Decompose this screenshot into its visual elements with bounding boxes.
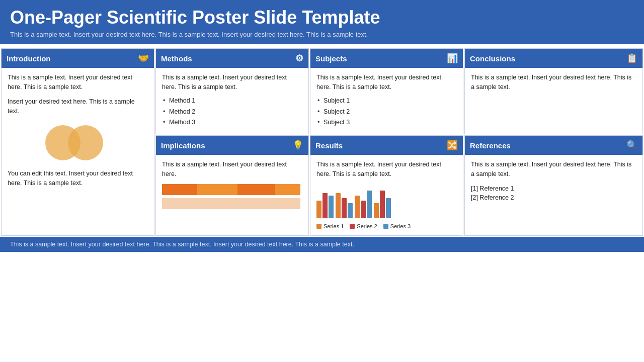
bar-s3 <box>348 203 353 218</box>
ref1: [1] Reference 1 <box>471 184 636 194</box>
legend-label-s1: Series 1 <box>324 222 344 231</box>
content-grid: Introduction 🤝 This is a sample text. In… <box>0 47 644 237</box>
results-chart <box>316 184 457 219</box>
conclusions-panel: Conclusions 📋 This is a sample text. Ins… <box>464 48 643 134</box>
conclusions-body: This is a sample text. Insert your desir… <box>465 68 642 97</box>
footer-text: This is a sample text. Insert your desir… <box>10 241 354 248</box>
legend-dot-s1 <box>316 224 321 229</box>
bar-s3 <box>367 191 372 218</box>
implications-text: This is a sample text. Insert your desir… <box>162 160 302 179</box>
introduction-text3: You can edit this text. Insert your desi… <box>8 169 148 188</box>
legend-series3: Series 3 <box>383 222 411 231</box>
legend-series2: Series 2 <box>350 222 377 231</box>
chart-icon: 📊 <box>447 53 458 64</box>
bar-s2 <box>380 191 385 218</box>
search-icon: 🔍 <box>626 140 637 151</box>
header-subtitle: This is a sample text. Insert your desir… <box>10 31 634 38</box>
footer: This is a sample text. Insert your desir… <box>0 237 644 252</box>
bar-group-4 <box>374 191 391 218</box>
bar-group-2 <box>336 193 353 218</box>
bar-s3 <box>329 196 334 218</box>
introduction-title: Introduction <box>7 54 50 63</box>
list-item: Subject 2 <box>316 107 457 117</box>
bar-group-1 <box>316 193 334 218</box>
chart-row-1 <box>162 184 302 195</box>
bar-seg <box>275 184 300 195</box>
subjects-body: This is a sample text. Insert your desir… <box>310 68 463 134</box>
handshake-icon: 🤝 <box>138 53 149 64</box>
list-item: Subject 3 <box>316 118 457 127</box>
shuffle-icon: 🔀 <box>447 140 458 151</box>
bar-seg <box>162 198 197 209</box>
conclusions-text: This is a sample text. Insert your desir… <box>471 73 636 92</box>
subjects-header: Subjects 📊 <box>310 49 463 68</box>
bar-s1 <box>316 201 321 218</box>
bar-s2 <box>361 201 366 218</box>
implications-chart <box>162 184 302 209</box>
list-item: Method 2 <box>162 107 302 117</box>
references-header: References 🔍 <box>465 136 642 155</box>
legend-series1: Series 1 <box>316 222 344 231</box>
implications-panel: Implications 💡 This is a sample text. In… <box>155 135 309 236</box>
legend-label-s3: Series 3 <box>390 222 411 231</box>
introduction-panel: Introduction 🤝 This is a sample text. In… <box>1 48 154 236</box>
bar-seg <box>275 198 300 209</box>
list-item: Method 3 <box>162 118 302 127</box>
subjects-title: Subjects <box>315 54 347 63</box>
subjects-list: Subject 1 Subject 2 Subject 3 <box>316 96 457 127</box>
introduction-text2: Insert your desired text here. This is a… <box>8 97 148 116</box>
introduction-header: Introduction 🤝 <box>2 49 154 68</box>
methods-header: Methods ⚙ <box>156 49 308 68</box>
bar-seg <box>237 184 275 195</box>
implications-title: Implications <box>161 141 205 150</box>
results-panel: Results 🔀 This is a sample text. Insert … <box>310 135 463 236</box>
venn-circles <box>45 123 111 163</box>
legend-label-s2: Series 2 <box>357 222 377 231</box>
bar-s1 <box>374 203 379 218</box>
chart-legend: Series 1 Series 2 Series 3 <box>316 222 457 231</box>
results-body: This is a sample text. Insert your desir… <box>310 155 463 235</box>
conclusions-header: Conclusions 📋 <box>465 49 642 68</box>
bar-s1 <box>355 196 360 218</box>
bulb-icon: 💡 <box>292 140 303 151</box>
ref2: [2] Reference 2 <box>471 193 636 203</box>
venn-right-circle <box>68 125 103 160</box>
implications-body: This is a sample text. Insert your desir… <box>156 155 308 216</box>
results-header: Results 🔀 <box>310 136 463 155</box>
results-title: Results <box>315 141 343 150</box>
references-text: This is a sample text. Insert your desir… <box>471 160 636 179</box>
bar-s3 <box>386 198 391 218</box>
list-item: Subject 1 <box>316 96 457 106</box>
subjects-text: This is a sample text. Insert your desir… <box>316 73 457 92</box>
bar-seg <box>237 198 275 209</box>
page-title: One-Pager Scientific Poster Slide Templa… <box>10 7 634 28</box>
introduction-body: This is a sample text. Insert your desir… <box>2 68 154 193</box>
legend-dot-s2 <box>350 224 355 229</box>
conclusions-title: Conclusions <box>470 54 515 63</box>
subjects-panel: Subjects 📊 This is a sample text. Insert… <box>310 48 463 134</box>
references-panel: References 🔍 This is a sample text. Inse… <box>464 135 643 236</box>
chart-row-2 <box>162 198 302 209</box>
list-item: Method 1 <box>162 96 302 106</box>
header: One-Pager Scientific Poster Slide Templa… <box>0 0 644 44</box>
bar-s2 <box>342 198 347 218</box>
methods-text: This is a sample text. Insert your desir… <box>162 73 302 92</box>
venn-diagram <box>8 123 148 163</box>
methods-title: Methods <box>161 54 192 63</box>
methods-body: This is a sample text. Insert your desir… <box>156 68 308 134</box>
methods-panel: Methods ⚙ This is a sample text. Insert … <box>155 48 309 134</box>
results-text: This is a sample text. Insert your desir… <box>316 160 457 179</box>
bar-s1 <box>336 193 341 218</box>
bar-seg <box>197 198 237 209</box>
introduction-text1: This is a sample text. Insert your desir… <box>8 73 148 92</box>
bar-group-3 <box>355 191 372 218</box>
legend-dot-s3 <box>383 224 388 229</box>
references-title: References <box>470 141 511 150</box>
methods-list: Method 1 Method 2 Method 3 <box>162 96 302 127</box>
bar-seg <box>162 184 197 195</box>
clipboard-icon: 📋 <box>626 53 637 64</box>
bar-seg <box>197 184 237 195</box>
references-body: This is a sample text. Insert your desir… <box>465 155 642 208</box>
implications-header: Implications 💡 <box>156 136 308 155</box>
gear-icon: ⚙ <box>295 53 303 64</box>
